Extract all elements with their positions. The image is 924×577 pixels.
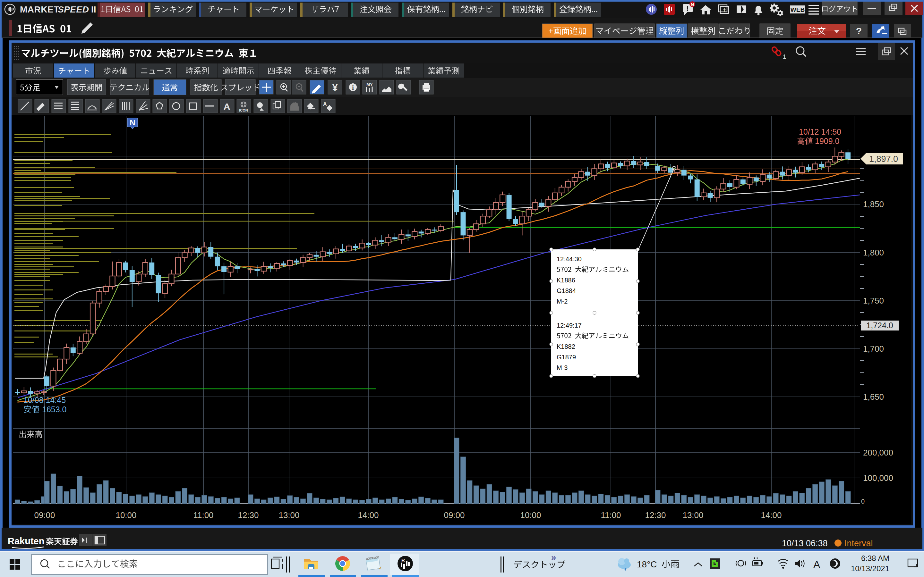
svg-text:A: A	[323, 101, 327, 107]
svg-text:MY: MY	[367, 82, 373, 87]
svg-text:1,897.0: 1,897.0	[869, 154, 898, 164]
svg-text:09:00: 09:00	[444, 510, 465, 520]
svg-text:10/12 14:50: 10/12 14:50	[799, 127, 841, 136]
svg-text:N: N	[691, 2, 694, 7]
svg-text:M-3: M-3	[557, 364, 567, 371]
svg-text:13:00: 13:00	[682, 510, 703, 520]
svg-text:6:38 AM: 6:38 AM	[861, 554, 889, 562]
svg-text:10/08 14:45: 10/08 14:45	[23, 396, 66, 405]
svg-text:G1879: G1879	[557, 354, 576, 361]
svg-text:K1886: K1886	[557, 277, 575, 284]
svg-text:¥: ¥	[333, 82, 338, 93]
svg-text:1909.0: 1909.0	[815, 137, 839, 145]
svg-text:1,700: 1,700	[863, 344, 884, 354]
svg-text:i: i	[352, 84, 354, 91]
svg-text:11:00: 11:00	[193, 510, 213, 520]
svg-text:ICON: ICON	[239, 108, 248, 112]
svg-text:A: A	[223, 101, 230, 112]
svg-text:0: 0	[861, 498, 865, 505]
svg-text:Rakuten: Rakuten	[8, 536, 44, 546]
svg-text:12:30: 12:30	[645, 510, 666, 520]
svg-text:100,000: 100,000	[863, 473, 893, 483]
svg-text:Interval: Interval	[845, 538, 873, 548]
svg-text:»: »	[551, 552, 556, 562]
svg-text:MARKET: MARKET	[20, 5, 59, 15]
svg-text:+: +	[722, 6, 726, 13]
svg-text:?: ?	[856, 26, 862, 36]
svg-text:SPEED: SPEED	[58, 5, 89, 15]
svg-text:14:00: 14:00	[761, 510, 782, 520]
svg-text:10:00: 10:00	[115, 510, 136, 520]
svg-text:1,724.0: 1,724.0	[866, 321, 893, 330]
svg-text:R: R	[401, 558, 405, 563]
svg-text:200,000: 200,000	[863, 448, 893, 458]
svg-text:A: A	[813, 559, 821, 570]
svg-text:1,750: 1,750	[863, 296, 884, 306]
svg-text:11:00: 11:00	[601, 510, 621, 520]
svg-text:N: N	[129, 118, 135, 127]
svg-text:10/13 06:38: 10/13 06:38	[782, 538, 828, 548]
svg-text:12:44:30: 12:44:30	[557, 255, 582, 263]
svg-text:1,800: 1,800	[863, 248, 884, 258]
svg-text:!: !	[686, 5, 688, 13]
svg-text:M-2: M-2	[557, 298, 567, 305]
svg-text:09:00: 09:00	[34, 510, 55, 520]
svg-text:13:00: 13:00	[278, 510, 299, 520]
svg-text:G1884: G1884	[557, 287, 576, 294]
svg-text:18°C: 18°C	[637, 559, 657, 569]
svg-text:WEB: WEB	[790, 6, 804, 13]
svg-text:10:00: 10:00	[520, 510, 541, 520]
svg-text:1,650: 1,650	[863, 392, 884, 402]
svg-text:1,850: 1,850	[863, 199, 884, 209]
svg-text:1653.0: 1653.0	[42, 405, 66, 414]
svg-text:1: 1	[783, 53, 786, 60]
svg-text:14:00: 14:00	[358, 510, 379, 520]
svg-text:II: II	[91, 5, 96, 15]
svg-text:K1882: K1882	[557, 343, 575, 350]
svg-text:12:49:17: 12:49:17	[557, 322, 582, 329]
svg-text:10/13/2021: 10/13/2021	[851, 564, 889, 573]
svg-text:12:30: 12:30	[238, 510, 258, 520]
